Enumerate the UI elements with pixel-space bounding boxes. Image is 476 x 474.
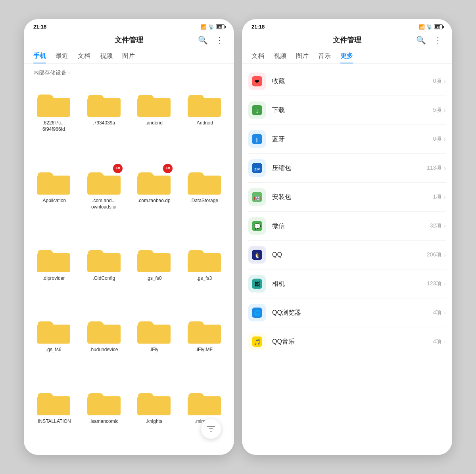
breadcrumb-left[interactable]: 内部存储设备 › <box>24 67 234 79</box>
list-item-qqmusic[interactable]: 🎵 QQ音乐 4项 › <box>248 327 446 356</box>
folder-name: .iFly <box>150 347 158 353</box>
tab-video-right[interactable]: 视频 <box>274 49 286 63</box>
list-chevron-qqbrowser: › <box>444 310 446 316</box>
tab-music-right[interactable]: 音乐 <box>318 49 331 63</box>
folder-name: .7934039a <box>92 120 115 126</box>
list-item-qq[interactable]: 🐧 QQ 206项 › <box>248 241 446 269</box>
folder-item[interactable]: .gs_fs0 <box>129 237 179 309</box>
breadcrumb-text: 内部存储设备 <box>33 69 67 76</box>
more-button-left[interactable]: ⋮ <box>215 34 225 46</box>
folder-item[interactable]: .dlprovider <box>29 237 79 309</box>
search-button-left[interactable]: 🔍 <box>197 34 209 46</box>
svg-text:↓: ↓ <box>255 107 259 114</box>
svg-text:🖼: 🖼 <box>254 281 260 287</box>
folder-icon <box>36 385 71 417</box>
folder-name: .GidConfig <box>92 275 115 282</box>
folder-item[interactable]: .isamancomic <box>79 380 129 452</box>
list-item-downloads[interactable]: ↓ 下载 5项 › <box>248 96 446 125</box>
list-chevron-camera: › <box>444 281 446 287</box>
tab-phone[interactable]: 手机 <box>33 49 46 63</box>
list-item-apk[interactable]: 🤖 安装包 1项 › <box>248 183 446 212</box>
folder-item[interactable]: .DataStorage <box>179 160 230 237</box>
more-button-right[interactable]: ⋮ <box>433 34 443 46</box>
folder-name: .hudundevice <box>90 347 118 353</box>
app-header-left: 文件管理 🔍 ⋮ <box>24 31 234 49</box>
folder-item[interactable]: .gs_fs6 <box>29 309 79 380</box>
folder-item[interactable]: .hudundevice <box>79 309 129 380</box>
header-actions-left: 🔍 ⋮ <box>197 34 225 46</box>
search-button-right[interactable]: 🔍 <box>415 34 427 46</box>
folder-item[interactable]: .7934039a <box>79 82 129 160</box>
list-icon-apk: 🤖 <box>248 188 266 206</box>
folder-item[interactable]: .iFly <box>129 309 179 380</box>
wifi-icon-right: 📡 <box>426 24 432 30</box>
folder-item[interactable]: .6226f7c...6f94f966fd <box>29 82 79 160</box>
list-chevron-favorites: › <box>444 78 446 84</box>
folder-item[interactable]: .GidConfig <box>79 237 129 309</box>
list-label-qqmusic: QQ音乐 <box>272 338 433 346</box>
folder-icon <box>86 313 122 345</box>
folder-item[interactable]: 天猫 .com.taobao.dp <box>129 160 179 237</box>
folder-item[interactable]: .gs_fs3 <box>179 237 230 309</box>
folder-item[interactable]: .Android <box>179 82 230 160</box>
list-count-camera: 123项 <box>427 280 441 287</box>
list-count-downloads: 5项 <box>433 107 442 114</box>
wifi-icon: 📡 <box>208 24 214 30</box>
list-count-qqmusic: 4项 <box>433 338 442 345</box>
list-item-zip[interactable]: ZIP 压缩包 113项 › <box>248 154 446 183</box>
folder-name: .INSTALLATION <box>36 419 71 425</box>
folder-name: .gs_fs6 <box>46 347 61 353</box>
status-time-left: 21:18 <box>33 24 46 30</box>
folder-item[interactable]: .Application <box>29 160 79 237</box>
tab-doc-right[interactable]: 文档 <box>251 49 264 63</box>
folder-item[interactable]: .knights <box>129 380 179 452</box>
folder-icon <box>186 313 222 345</box>
list-item-wechat[interactable]: 💬 微信 32项 › <box>248 212 446 241</box>
app-header-right: 文件管理 🔍 ⋮ <box>242 31 452 49</box>
list-chevron-apk: › <box>444 194 446 200</box>
battery-level-right: 23 <box>437 25 440 28</box>
list-item-camera[interactable]: 🖼 相机 123项 › <box>248 269 446 298</box>
app-title-left: 文件管理 <box>115 35 143 45</box>
tab-doc-left[interactable]: 文档 <box>78 49 90 63</box>
status-time-right: 21:18 <box>251 24 265 30</box>
list-icon-wechat: 💬 <box>248 217 266 235</box>
tab-video-left[interactable]: 视频 <box>100 49 113 63</box>
folder-icon <box>86 87 122 118</box>
app-title-right: 文件管理 <box>333 35 361 45</box>
svg-text:ZIP: ZIP <box>254 167 260 171</box>
tab-image-right[interactable]: 图片 <box>296 49 309 63</box>
tab-recent[interactable]: 最近 <box>56 49 68 63</box>
folder-name: .gs_fs0 <box>146 275 162 282</box>
list-label-favorites: 收藏 <box>272 77 433 86</box>
list-item-favorites[interactable]: ❤ 收藏 0项 › <box>248 67 446 96</box>
right-phone: 21:18 📶 📡 23 文件管理 🔍 ⋮ 文档 视频 图片 音乐 <box>242 19 452 455</box>
list-item-bluetooth[interactable]: ᛒ 蓝牙 0项 › <box>248 125 446 154</box>
signal-icon-right: 📶 <box>419 24 425 30</box>
list-icon-zip: ZIP <box>248 159 266 177</box>
folder-name: .DataStorage <box>190 198 218 204</box>
svg-text:❤: ❤ <box>255 78 259 85</box>
folder-name: .gs_fs3 <box>196 275 212 282</box>
folder-name: .Application <box>41 198 66 204</box>
folder-item[interactable]: .miranda <box>179 380 230 452</box>
phones-container: 21:18 📶 📡 23 文件管理 🔍 ⋮ 手机 最近 文档 视频 <box>24 19 452 455</box>
list-count-bluetooth: 0项 <box>433 136 442 143</box>
folder-name: .6226f7c...6f94f966fd <box>42 120 65 132</box>
folder-item[interactable]: .iFlyIME <box>179 309 230 380</box>
list-count-favorites: 0项 <box>433 78 442 85</box>
folder-item[interactable]: 天猫 .com.and...ownloads.ui <box>79 160 129 237</box>
folder-icon <box>136 385 172 417</box>
folder-item[interactable]: .andorid <box>129 82 179 160</box>
folder-item[interactable]: .INSTALLATION <box>29 380 79 452</box>
filter-fab[interactable] <box>201 419 221 439</box>
tab-more-right[interactable]: 更多 <box>340 49 353 63</box>
battery-level-left: 23 <box>219 25 222 28</box>
list-label-wechat: 微信 <box>272 222 430 230</box>
folder-icon <box>186 385 222 417</box>
list-icon-qqbrowser: 🌐 <box>248 304 266 321</box>
list-item-qqbrowser[interactable]: 🌐 QQ浏览器 4项 › <box>248 298 446 327</box>
tab-image-left[interactable]: 图片 <box>122 49 135 63</box>
folder-icon <box>86 242 122 274</box>
folder-name: .com.taobao.dp <box>138 198 171 204</box>
